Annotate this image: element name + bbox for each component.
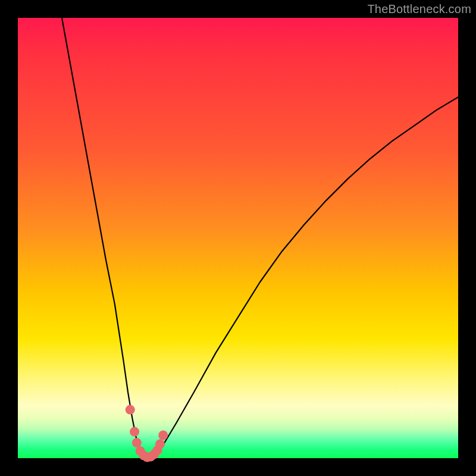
- curve-layer: [18, 18, 458, 458]
- bottleneck-curve: [62, 18, 458, 458]
- highlight-dot: [132, 438, 142, 447]
- highlight-dots: [126, 405, 168, 462]
- highlight-dot: [158, 431, 168, 440]
- chart-frame: TheBottleneck.com: [0, 0, 476, 476]
- watermark-text: TheBottleneck.com: [367, 2, 471, 16]
- highlight-dot: [155, 439, 165, 449]
- plot-area: [18, 18, 458, 458]
- highlight-dot: [126, 405, 135, 415]
- highlight-dot: [130, 427, 139, 437]
